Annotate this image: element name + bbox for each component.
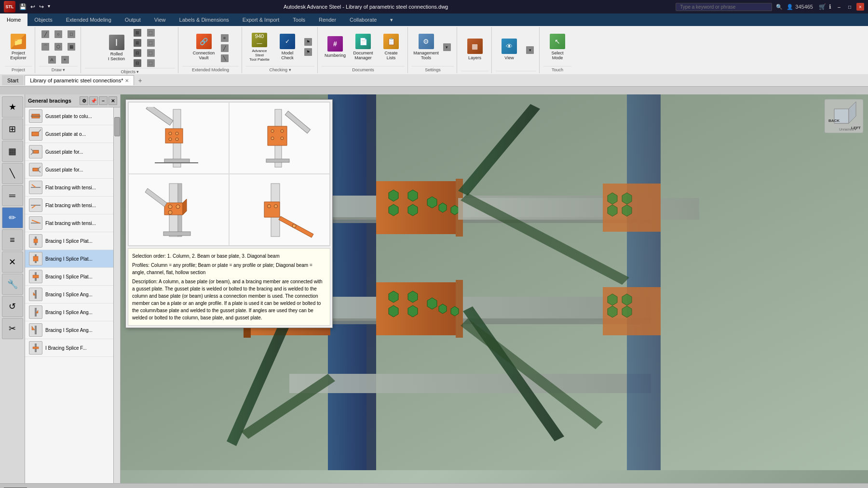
list-item-8[interactable]: Bracing I Splice Plat... (25, 232, 120, 250)
obj-btn2[interactable]: ⊞ (131, 38, 144, 48)
management-tools-button[interactable]: ⚙ ManagementTools (413, 30, 440, 64)
sidebar-star-button[interactable]: ★ (2, 96, 23, 118)
model-check-button[interactable]: ✓ ModelCheck (274, 30, 301, 64)
tab-home[interactable]: Home (0, 13, 27, 26)
sidebar-scissors-button[interactable]: ✂ (2, 318, 23, 339)
create-lists-button[interactable]: 📋 CreateLists (378, 30, 405, 64)
list-item-2[interactable]: Gusset plate at o... (25, 125, 120, 143)
obj-btn4[interactable]: ⊟ (131, 58, 144, 68)
svg-point-59 (274, 204, 277, 208)
view-cube[interactable]: BACK LEFT Unnamed ▾ (825, 99, 863, 133)
obj-btn1[interactable]: ⊞ (131, 28, 144, 38)
panel-close-button[interactable]: ✕ (108, 96, 117, 105)
panel-pin-button[interactable]: 📌 (89, 96, 98, 105)
draw-hatch-button[interactable]: ▦ (65, 42, 78, 52)
list-item-11[interactable]: Bracing I Splice Ang... (25, 286, 120, 303)
obj-btn7[interactable]: ⬚ (145, 48, 157, 58)
search-input[interactable] (676, 3, 772, 11)
draw-rect-button[interactable]: □ (65, 29, 78, 39)
tab-more[interactable]: ▾ (383, 13, 400, 26)
tab-view[interactable]: View (148, 13, 173, 26)
tab-extended-modeling[interactable]: Extended Modeling (59, 13, 118, 26)
numbering-button[interactable]: # Numbering (322, 30, 349, 64)
sidebar-grid4-button[interactable]: ⊞ (2, 119, 23, 140)
redo-icon[interactable]: ↪ (39, 3, 44, 10)
list-item-1[interactable]: Gusset plate to colu... (25, 107, 120, 125)
set-btn1[interactable]: ▾ (441, 42, 453, 52)
sidebar-horizontal-button[interactable]: ═ (2, 185, 23, 206)
list-item-10[interactable]: Bracing I Splice Plat... (25, 268, 120, 286)
check-btn1[interactable]: ⚑ (302, 37, 314, 47)
search-icon[interactable]: 🔍 (776, 4, 783, 10)
obj-btn3[interactable]: ⊟ (131, 48, 144, 58)
panel-scrollbar[interactable] (113, 107, 120, 483)
sidebar-wrench-button[interactable]: 🔧 (2, 274, 23, 295)
scrollbar-thumb[interactable] (114, 117, 120, 136)
ext-btn1[interactable]: ≡ (218, 33, 231, 43)
sidebar-diagonal-button[interactable]: ╲ (2, 163, 23, 184)
tab-start[interactable]: Start (2, 75, 24, 85)
rolled-i-section-button[interactable]: I RolledI Section (103, 31, 130, 65)
advance-steel-button[interactable]: 940— Advance SteelTool Palette (246, 30, 273, 64)
draw-circle-button[interactable]: ○ (52, 29, 65, 39)
view-sub-btn[interactable]: ▾ (524, 45, 536, 55)
tab-output[interactable]: Output (118, 13, 148, 26)
tab-render[interactable]: Render (312, 13, 343, 26)
draw-more-button[interactable]: + (59, 55, 71, 65)
status-bar: MODEL ⊞ ▾ ⊙ ▾ ⚙ ▾ 1:1 🔒 ⤢ ⛶ (0, 483, 868, 488)
minimize-button[interactable]: – (835, 3, 843, 11)
sidebar-cross-button[interactable]: ✕ (2, 251, 23, 273)
list-item-5[interactable]: Flat bracing with tensi... (25, 179, 120, 197)
view-icon: 👁 (502, 39, 517, 54)
select-mode-button[interactable]: ↖ SelectMode (544, 30, 571, 64)
list-item-9[interactable]: Bracing I Splice Plat... (25, 250, 120, 268)
quick-save-icon[interactable]: 💾 (19, 3, 27, 10)
list-item-12[interactable]: Bracing I Splice Ang... (25, 303, 120, 321)
panel-header-controls: ⚙ 📌 – ✕ (80, 96, 117, 105)
tab-labels[interactable]: Labels & Dimensions (173, 13, 236, 26)
ext-btn3[interactable]: ╲ (218, 53, 231, 63)
checking-buttons: 940— Advance SteelTool Palette ✓ ModelCh… (246, 28, 314, 66)
sidebar-grid2-button[interactable]: ▦ (2, 141, 23, 162)
list-item-13[interactable]: Bracing I Splice Ang... (25, 321, 120, 339)
tab-export[interactable]: Export & Import (236, 13, 286, 26)
info-icon[interactable]: ℹ (829, 3, 831, 10)
tab-objects[interactable]: Objects (27, 13, 59, 26)
cart-icon[interactable]: 🛒 (819, 3, 826, 10)
new-tab-button[interactable]: + (135, 77, 145, 84)
panel-minimize-button[interactable]: – (99, 96, 108, 105)
list-item-6[interactable]: Flat bracing with tensi... (25, 197, 120, 214)
ext-btn2[interactable]: ╱ (218, 43, 231, 53)
draw-arc-button[interactable]: ⌒ (39, 42, 52, 52)
tab-library-close[interactable]: ✕ (125, 78, 129, 83)
draw-line-button[interactable]: ╱ (39, 29, 52, 39)
list-item-3[interactable]: Gusset plate for... (25, 143, 120, 161)
obj-btn5[interactable]: ⬚ (145, 28, 157, 38)
list-item-4[interactable]: Gusset plate for... (25, 161, 120, 179)
draw-poly-button[interactable]: ⬡ (52, 42, 65, 52)
maximize-button[interactable]: □ (846, 3, 854, 11)
tab-collaborate[interactable]: Collaborate (343, 13, 383, 26)
panel-settings-button[interactable]: ⚙ (80, 96, 88, 105)
list-item-7[interactable]: Flat bracing with tensi... (25, 214, 120, 232)
undo-icon[interactable]: ↩ (30, 3, 35, 10)
draw-text-button[interactable]: A (46, 55, 58, 65)
tab-library[interactable]: Library of parametric steel connections*… (25, 75, 134, 85)
sidebar-rotate-button[interactable]: ↺ (2, 296, 23, 317)
quick-access-more[interactable]: ▾ (48, 3, 50, 10)
view-button[interactable]: 👁 View (496, 33, 523, 66)
list-item-14[interactable]: I Bracing Splice F... (25, 339, 120, 357)
document-manager-button[interactable]: 📄 DocumentManager (350, 30, 377, 64)
sidebar-edit-button[interactable]: ✏ (2, 207, 23, 228)
check-btn2[interactable]: ⚑ (302, 47, 314, 57)
obj-btn6[interactable]: ⬚ (145, 38, 157, 48)
project-explorer-button[interactable]: 📁 ProjectExplorer (5, 30, 32, 64)
layers-button[interactable]: ▦ Layers (461, 33, 488, 66)
viewport[interactable]: Selection order: 1. Column, 2. Beam or b… (121, 94, 868, 483)
obj-btn8[interactable]: ⬚ (145, 58, 157, 68)
tab-tools[interactable]: Tools (286, 13, 312, 26)
sidebar-stack-button[interactable]: ≡ (2, 229, 23, 251)
user-icon[interactable]: 👤 (787, 4, 793, 10)
close-button[interactable]: × (856, 3, 864, 11)
connection-vault-button[interactable]: 🔗 ConnectionVault (190, 30, 217, 64)
